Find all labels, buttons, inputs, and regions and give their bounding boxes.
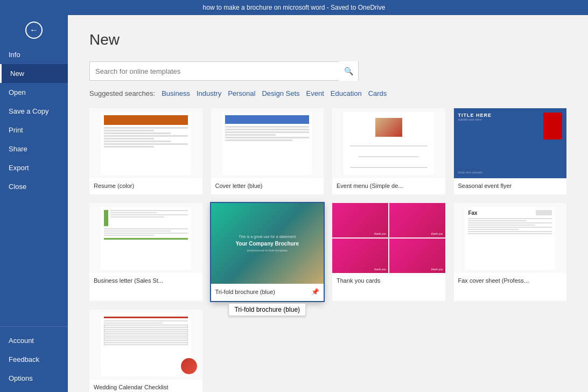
back-arrow-icon: ←	[30, 25, 38, 35]
suggested-row: Suggested searches: Business Industry Pe…	[89, 89, 566, 97]
template-thumbnail-cover	[211, 108, 324, 178]
sidebar-bottom: Account Feedback Options	[0, 322, 68, 392]
sidebar-item-export[interactable]: Export	[0, 158, 68, 177]
template-card-brochure[interactable]: This is a great use for a statement Your…	[211, 203, 324, 301]
template-card-resume[interactable]: Resume (color)	[89, 108, 202, 194]
sidebar-item-share[interactable]: Share	[0, 139, 68, 158]
thumb-seasonal: TITLE HERE subtitle text here body text …	[454, 108, 567, 178]
template-label-seasonal: Seasonal event flyer	[454, 178, 567, 194]
thumb-brochure: This is a great use for a statement Your…	[211, 203, 324, 284]
suggested-tag-event[interactable]: Event	[306, 89, 324, 97]
template-label-resume: Resume (color)	[89, 178, 202, 194]
sidebar-item-options[interactable]: Options	[0, 369, 68, 388]
sidebar-item-new[interactable]: New	[0, 64, 68, 83]
template-thumbnail-fax: Fax	[454, 203, 567, 273]
template-thumbnail-business	[89, 203, 202, 273]
sidebar-item-save-copy[interactable]: Save a Copy	[0, 102, 68, 121]
thumb-resume-header	[104, 115, 188, 125]
suggested-tag-personal[interactable]: Personal	[228, 89, 255, 97]
template-card-business[interactable]: Business letter (Sales St...	[89, 203, 202, 301]
template-thumbnail-brochure: This is a great use for a statement Your…	[211, 203, 324, 284]
template-thumbnail-calendar	[89, 310, 202, 380]
sidebar: ← Info New Open Save a Copy Print Share …	[0, 15, 68, 392]
template-card-calendar[interactable]: Wedding Calendar Checklist	[89, 310, 202, 392]
title-bar: how to make a brochure on microsoft word…	[0, 0, 588, 15]
thumb-thankyou: thank you thank you thank you thank you	[332, 203, 445, 273]
template-label-event: Event menu (Simple de...	[332, 178, 445, 194]
template-label-brochure: Tri-fold brochure (blue) 📌	[211, 284, 324, 301]
app-container: ← Info New Open Save a Copy Print Share …	[0, 15, 588, 392]
thumb-cover	[222, 112, 312, 175]
search-container: 🔍	[89, 61, 359, 81]
template-card-fax[interactable]: Fax Fax cover sheet (Profess.	[454, 203, 567, 301]
sidebar-item-print[interactable]: Print	[0, 121, 68, 139]
search-icon: 🔍	[344, 67, 353, 75]
thumb-event	[344, 112, 434, 175]
suggested-tag-education[interactable]: Education	[331, 89, 362, 97]
template-thumbnail-resume	[89, 108, 202, 178]
template-card-thankyou[interactable]: thank you thank you thank you thank you	[332, 203, 445, 301]
suggested-tag-cards[interactable]: Cards	[368, 89, 387, 97]
template-thumbnail-event	[332, 108, 445, 178]
sidebar-item-close[interactable]: Close	[0, 177, 68, 196]
template-label-fax: Fax cover sheet (Profess...	[454, 273, 567, 289]
suggested-tag-business[interactable]: Business	[162, 89, 190, 97]
suggested-label: Suggested searches:	[89, 89, 155, 97]
template-label-calendar: Wedding Calendar Checklist	[89, 380, 202, 392]
thumb-resume	[101, 112, 191, 175]
sidebar-divider	[0, 326, 68, 327]
template-label-thankyou: Thank you cards	[332, 273, 445, 289]
template-thumbnail-seasonal: TITLE HERE subtitle text here body text …	[454, 108, 567, 178]
template-card-seasonal[interactable]: TITLE HERE subtitle text here body text …	[454, 108, 567, 194]
search-input[interactable]	[90, 67, 339, 75]
thumb-fax: Fax	[465, 207, 555, 270]
sidebar-item-info[interactable]: Info	[0, 45, 68, 64]
back-circle-icon: ←	[25, 22, 43, 39]
sidebar-item-feedback[interactable]: Feedback	[0, 350, 68, 369]
sidebar-item-account[interactable]: Account	[0, 331, 68, 350]
thumb-business	[101, 207, 191, 270]
back-button[interactable]: ←	[0, 15, 68, 45]
suggested-tag-industry[interactable]: Industry	[197, 89, 221, 97]
search-button[interactable]: 🔍	[339, 61, 358, 81]
template-card-cover[interactable]: Cover letter (blue)	[211, 108, 324, 194]
template-label-cover: Cover letter (blue)	[211, 178, 324, 194]
template-thumbnail-thankyou: thank you thank you thank you thank you	[332, 203, 445, 273]
thumb-calendar	[101, 313, 191, 376]
title-bar-text: how to make a brochure on microsoft word…	[203, 4, 386, 11]
sidebar-item-open[interactable]: Open	[0, 83, 68, 102]
template-label-business: Business letter (Sales St...	[89, 273, 202, 289]
suggested-tag-design-sets[interactable]: Design Sets	[262, 89, 299, 97]
main-content: New 🔍 Suggested searches: Business Indus…	[68, 15, 588, 392]
brochure-tooltip: Tri-fold brochure (blue)	[228, 303, 306, 316]
templates-grid: Resume (color) Cove	[89, 108, 566, 392]
template-card-event[interactable]: Event menu (Simple de...	[332, 108, 445, 194]
page-title: New	[89, 31, 566, 48]
pin-icon: 📌	[311, 288, 319, 296]
